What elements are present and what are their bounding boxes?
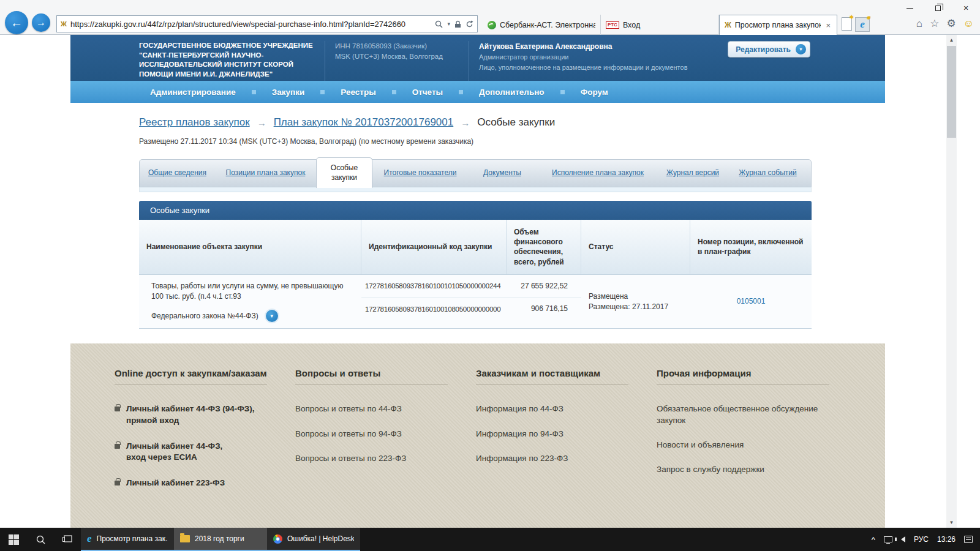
feedback-smiley-icon[interactable]: ☺ — [963, 18, 974, 30]
tab-plan-execution[interactable]: Исполнение плана закупок — [537, 160, 659, 187]
cell-position-number: 0105001 — [690, 275, 812, 329]
tab-close-icon[interactable]: × — [824, 21, 832, 30]
footer-link-info-44fz[interactable]: Информация по 44-ФЗ — [476, 403, 642, 414]
tab-label: Итоговые показатели — [384, 168, 457, 178]
menu-separator — [320, 90, 325, 94]
footer-link-info-223fz[interactable]: Информация по 223-ФЗ — [476, 453, 642, 464]
financing-sum-2: 906 716,15 — [507, 298, 581, 320]
breadcrumb-link-plan-number[interactable]: План закупок № 20170372001769001 — [274, 116, 454, 129]
tab-plan-positions[interactable]: Позиции плана закупок — [215, 160, 316, 187]
scrollbar-thumb[interactable] — [947, 46, 956, 138]
footer-link-cabinet-44fz-94fz[interactable]: Личный кабинет 44-ФЗ (94-ФЗ), прямой вхо… — [115, 403, 281, 425]
search-icon[interactable] — [435, 20, 443, 28]
window-minimize-button[interactable] — [895, 0, 924, 16]
task-view-button[interactable] — [54, 528, 81, 551]
panel-title: Особые закупки — [139, 201, 812, 220]
tab-documents[interactable]: Документы — [468, 160, 537, 187]
task-view-icon — [62, 535, 72, 544]
footer-link-qa-94fz[interactable]: Вопросы и ответы по 94-ФЗ — [295, 429, 461, 440]
browser-tabs: Сбербанк-АСТ. Электронная ... РТС Вход Ж… — [483, 15, 837, 35]
padlock-icon — [115, 481, 120, 485]
speaker-icon[interactable] — [901, 536, 905, 542]
menu-separator — [459, 90, 463, 94]
breadcrumb-link-plans-registry[interactable]: Реестр планов закупок — [139, 116, 250, 129]
address-bar[interactable]: Ж https://zakupki.gov.ru/44fz/rpz/plan/s… — [56, 15, 478, 32]
menu-item-administration[interactable]: Администрирование — [150, 88, 236, 97]
taskbar-window-chrome[interactable]: Ошибка! | HelpDesk ... — [267, 528, 360, 551]
sberbank-icon — [488, 21, 496, 29]
tab-rts-vhod[interactable]: РТС Вход — [601, 15, 719, 35]
home-icon[interactable]: ⌂ — [916, 18, 922, 30]
taskbar-window-ie[interactable]: e Просмотр плана зак... — [81, 528, 174, 551]
footer-link-support-request[interactable]: Запрос в службу поддержки — [657, 464, 844, 475]
menu-item-reports[interactable]: Отчеты — [412, 88, 443, 97]
tab-label: Сбербанк-АСТ. Электронная ... — [500, 21, 595, 29]
tab-versions-log[interactable]: Журнал версий — [659, 160, 726, 187]
tab-sberbank-ast[interactable]: Сбербанк-АСТ. Электронная ... — [483, 15, 601, 35]
taskbar: e Просмотр плана зак... 2018 год торги О… — [0, 528, 980, 551]
page-scrollbar[interactable]: ▲ ▼ — [946, 35, 957, 528]
tab-total-indicators[interactable]: Итоговые показатели — [372, 160, 468, 187]
language-indicator[interactable]: РУС — [914, 535, 929, 544]
window-restore-button[interactable] — [924, 0, 952, 16]
start-button[interactable] — [0, 528, 27, 551]
footer-link-qa-223fz[interactable]: Вопросы и ответы по 223-ФЗ — [295, 453, 461, 464]
browser-forward-button[interactable]: → — [32, 13, 50, 32]
taskbar-search-button[interactable] — [27, 528, 54, 551]
footer-link-public-discussion[interactable]: Обязательное общественное обсуждение зак… — [657, 403, 844, 425]
menu-separator — [252, 90, 256, 94]
purchase-code-1: 172781605809378160100101050000000244 — [365, 281, 500, 291]
windows-logo-icon — [9, 534, 19, 545]
edit-button-label: Редактировать — [736, 45, 791, 54]
row-actions-dropdown-icon[interactable]: ▼ — [266, 310, 278, 322]
menu-item-additional[interactable]: Дополнительно — [479, 88, 545, 97]
search-icon — [36, 535, 45, 544]
footer-link-cabinet-223fz[interactable]: Личный кабинет 223-ФЗ — [115, 478, 281, 489]
footer-link-qa-44fz[interactable]: Вопросы и ответы по 44-ФЗ — [295, 403, 461, 414]
tab-label: Документы — [483, 168, 521, 178]
chrome-icon — [273, 534, 282, 544]
new-tab-button[interactable] — [842, 17, 852, 31]
cell-financing-sums: 27 655 922,52 906 716,15 — [507, 275, 581, 329]
network-icon[interactable] — [884, 536, 892, 542]
scrollbar-up-icon[interactable]: ▲ — [946, 35, 957, 45]
footer-link-news[interactable]: Новости и объявления — [657, 440, 844, 451]
footer-link-cabinet-44fz-esia[interactable]: Личный кабинет 44-ФЗ, вход через ЕСИА — [115, 441, 281, 463]
edit-button[interactable]: Редактировать ▼ — [728, 41, 810, 58]
breadcrumb-arrow-icon: → — [461, 118, 470, 128]
scrollbar-down-icon[interactable]: ▼ — [946, 517, 957, 528]
breadcrumb-current: Особые закупки — [477, 116, 555, 129]
tab-special-purchases-active[interactable]: Особые закупки — [316, 157, 372, 188]
cell-status: Размещена Размещена: 27.11.2017 — [581, 275, 690, 329]
browser-back-button[interactable]: ← — [5, 11, 28, 34]
position-number-link[interactable]: 0105001 — [737, 296, 766, 307]
menu-item-forum[interactable]: Форум — [581, 88, 608, 97]
url-text: https://zakupki.gov.ru/44fz/rpz/plan/str… — [70, 20, 435, 29]
footer-column-title: Online доступ к закупкам/заказам — [115, 368, 281, 378]
footer-column-online-access: Online доступ к закупкам/заказам Личный … — [115, 368, 295, 503]
address-dropdown-icon[interactable]: ▾ — [447, 21, 450, 27]
tab-plan-view-active[interactable]: Ж Просмотр плана закупок × — [719, 15, 837, 36]
taskbar-window-label: Ошибка! | HelpDesk ... — [287, 534, 354, 543]
menu-item-registries[interactable]: Реестры — [341, 88, 375, 97]
breadcrumb: Реестр планов закупок → План закупок № 2… — [139, 116, 812, 129]
tab-general-info[interactable]: Общие сведения — [140, 160, 215, 187]
footer-link-info-94fz[interactable]: Информация по 94-ФЗ — [476, 429, 642, 440]
menu-item-purchases[interactable]: Закупки — [272, 88, 304, 97]
table-header: Наименование объекта закупки Идентификац… — [139, 220, 812, 275]
ie-session-icon[interactable]: e — [855, 17, 870, 32]
settings-gear-icon[interactable]: ⚙ — [946, 17, 956, 30]
taskbar-window-folder[interactable]: 2018 год торги — [174, 528, 267, 551]
main-menu: Администрирование Закупки Реестры Отчеты… — [70, 81, 885, 103]
tab-events-log[interactable]: Журнал событий — [726, 160, 809, 187]
column-header-sum: Объем финансового обеспечения, всего, ру… — [507, 220, 581, 274]
clock[interactable]: 13:26 — [937, 535, 956, 544]
footer-column-title: Заказчикам и поставщикам — [476, 368, 642, 378]
notification-center-icon[interactable] — [964, 536, 973, 543]
tray-expand-icon[interactable]: ^ — [872, 535, 875, 544]
status-date: Размещена: 27.11.2017 — [589, 302, 683, 312]
refresh-icon[interactable] — [466, 20, 473, 28]
system-tray: ^ РУС 13:26 — [872, 528, 980, 551]
window-close-button[interactable]: × — [952, 0, 980, 16]
favorites-star-icon[interactable]: ☆ — [930, 17, 939, 30]
